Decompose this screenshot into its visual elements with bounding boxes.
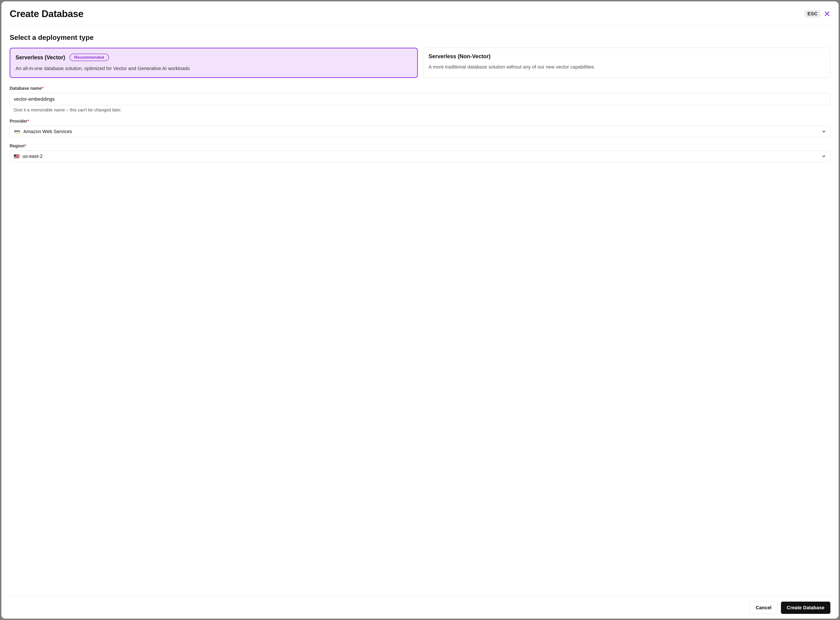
card-serverless-vector[interactable]: Serverless (Vector) Recommended An all-i…	[10, 48, 418, 78]
card-head: Serverless (Vector) Recommended	[15, 54, 412, 61]
region-value: us-east-2	[22, 153, 818, 159]
required-asterisk: *	[24, 143, 26, 148]
provider-select[interactable]: aws Amazon Web Services	[10, 126, 830, 137]
modal-footer: Cancel Create Database	[2, 597, 838, 618]
provider-value: Amazon Web Services	[23, 129, 818, 134]
field-region: Region* us-east-2	[10, 143, 830, 162]
modal-body: Select a deployment type Serverless (Vec…	[2, 26, 838, 597]
card-serverless-nonvector[interactable]: Serverless (Non-Vector) A more tradition…	[423, 48, 830, 78]
card-title: Serverless (Non-Vector)	[429, 53, 490, 60]
deployment-type-cards: Serverless (Vector) Recommended An all-i…	[10, 48, 830, 78]
label-text: Database name	[10, 86, 42, 91]
label-provider: Provider*	[10, 119, 830, 124]
card-description: An all-in-one database solution, optimiz…	[15, 65, 412, 72]
field-database-name: Database name* Give it a memorable name …	[10, 86, 830, 113]
us-flag-icon	[14, 154, 20, 158]
label-region: Region*	[10, 143, 830, 149]
create-database-modal: Create Database ESC Select a deployment …	[2, 2, 838, 618]
card-head: Serverless (Non-Vector)	[429, 53, 825, 60]
cancel-button[interactable]: Cancel	[750, 602, 777, 614]
database-name-input[interactable]	[10, 93, 830, 105]
esc-badge: ESC	[805, 10, 820, 18]
region-select[interactable]: us-east-2	[10, 150, 830, 162]
section-title: Select a deployment type	[10, 33, 830, 42]
required-asterisk: *	[27, 119, 29, 123]
aws-icon: aws	[14, 129, 20, 134]
label-database-name: Database name*	[10, 86, 830, 91]
chevron-down-icon	[821, 129, 826, 134]
chevron-down-icon	[821, 154, 826, 159]
required-asterisk: *	[42, 86, 44, 91]
close-group: ESC	[805, 10, 830, 18]
label-text: Region	[10, 143, 24, 148]
modal-header: Create Database ESC	[2, 2, 838, 26]
database-name-help: Give it a memorable name – this can't be…	[10, 107, 830, 113]
recommended-badge: Recommended	[70, 54, 109, 61]
create-database-button[interactable]: Create Database	[781, 602, 830, 614]
close-icon[interactable]	[824, 11, 830, 17]
modal-title: Create Database	[10, 8, 83, 19]
label-text: Provider	[10, 119, 27, 123]
card-title: Serverless (Vector)	[15, 54, 65, 61]
card-description: A more traditional database solution wit…	[429, 63, 825, 71]
field-provider: Provider* aws Amazon Web Services	[10, 119, 830, 137]
